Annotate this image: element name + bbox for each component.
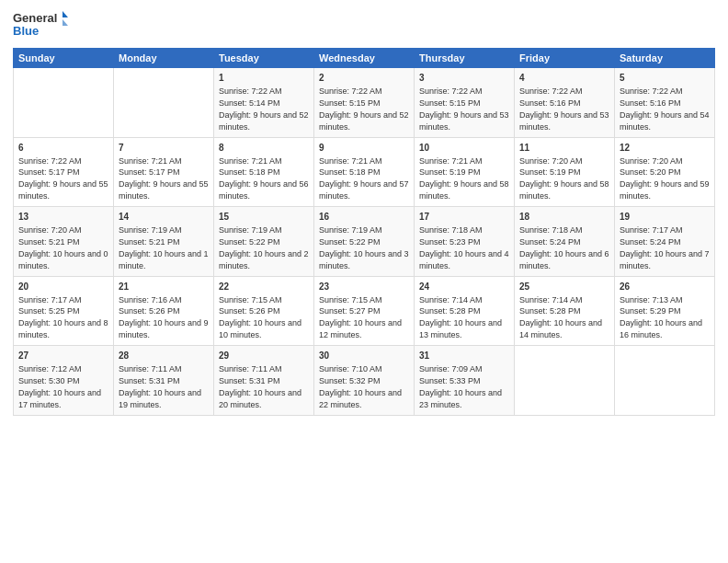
logo: General Blue: [13, 9, 68, 42]
calendar-table: SundayMondayTuesdayWednesdayThursdayFrid…: [13, 48, 715, 416]
day-number: 19: [620, 211, 710, 224]
day-cell: 28Sunrise: 7:11 AM Sunset: 5:31 PM Dayli…: [114, 346, 214, 416]
week-row-2: 6Sunrise: 7:22 AM Sunset: 5:17 PM Daylig…: [14, 137, 715, 207]
day-cell: 3Sunrise: 7:22 AM Sunset: 5:15 PM Daylig…: [415, 68, 515, 138]
day-cell: 14Sunrise: 7:19 AM Sunset: 5:21 PM Dayli…: [114, 207, 214, 277]
day-info: Sunrise: 7:22 AM Sunset: 5:16 PM Dayligh…: [519, 86, 609, 132]
day-cell: 9Sunrise: 7:21 AM Sunset: 5:18 PM Daylig…: [314, 137, 415, 207]
day-cell: 5Sunrise: 7:22 AM Sunset: 5:16 PM Daylig…: [615, 68, 715, 138]
day-number: 23: [319, 281, 409, 293]
day-cell: 6Sunrise: 7:22 AM Sunset: 5:17 PM Daylig…: [14, 137, 114, 207]
day-cell: 26Sunrise: 7:13 AM Sunset: 5:29 PM Dayli…: [615, 276, 715, 346]
col-header-sunday: Sunday: [14, 49, 114, 68]
day-cell: 21Sunrise: 7:16 AM Sunset: 5:26 PM Dayli…: [114, 276, 214, 346]
col-header-saturday: Saturday: [615, 49, 715, 68]
day-info: Sunrise: 7:22 AM Sunset: 5:16 PM Dayligh…: [620, 86, 710, 132]
day-number: 11: [519, 142, 609, 155]
day-info: Sunrise: 7:21 AM Sunset: 5:18 PM Dayligh…: [219, 156, 309, 201]
day-cell: 19Sunrise: 7:17 AM Sunset: 5:24 PM Dayli…: [615, 207, 715, 277]
day-number: 5: [620, 72, 710, 85]
page-header: General Blue: [13, 9, 715, 42]
col-header-thursday: Thursday: [415, 49, 515, 68]
day-number: 12: [620, 142, 710, 155]
day-cell: 22Sunrise: 7:15 AM Sunset: 5:26 PM Dayli…: [214, 276, 314, 346]
day-number: 7: [119, 142, 209, 155]
day-info: Sunrise: 7:14 AM Sunset: 5:28 PM Dayligh…: [419, 295, 502, 340]
day-info: Sunrise: 7:20 AM Sunset: 5:20 PM Dayligh…: [620, 156, 710, 201]
day-cell: 31Sunrise: 7:09 AM Sunset: 5:33 PM Dayli…: [415, 346, 515, 416]
day-info: Sunrise: 7:22 AM Sunset: 5:15 PM Dayligh…: [419, 86, 509, 132]
svg-text:Blue: Blue: [13, 24, 39, 38]
calendar-header-row: SundayMondayTuesdayWednesdayThursdayFrid…: [14, 49, 715, 68]
week-row-4: 20Sunrise: 7:17 AM Sunset: 5:25 PM Dayli…: [14, 276, 715, 346]
day-number: 8: [219, 142, 309, 155]
day-number: 4: [519, 72, 609, 85]
week-row-5: 27Sunrise: 7:12 AM Sunset: 5:30 PM Dayli…: [14, 346, 715, 416]
day-cell: 18Sunrise: 7:18 AM Sunset: 5:24 PM Dayli…: [515, 207, 615, 277]
svg-marker-2: [63, 11, 68, 17]
day-info: Sunrise: 7:17 AM Sunset: 5:25 PM Dayligh…: [18, 295, 108, 340]
day-info: Sunrise: 7:15 AM Sunset: 5:27 PM Dayligh…: [319, 295, 402, 340]
day-info: Sunrise: 7:12 AM Sunset: 5:30 PM Dayligh…: [18, 364, 101, 409]
day-cell: [515, 346, 615, 416]
day-info: Sunrise: 7:21 AM Sunset: 5:18 PM Dayligh…: [319, 156, 409, 201]
day-cell: 27Sunrise: 7:12 AM Sunset: 5:30 PM Dayli…: [14, 346, 114, 416]
day-cell: [114, 68, 214, 138]
day-cell: 11Sunrise: 7:20 AM Sunset: 5:19 PM Dayli…: [515, 137, 615, 207]
svg-text:General: General: [13, 11, 57, 25]
day-cell: 12Sunrise: 7:20 AM Sunset: 5:20 PM Dayli…: [615, 137, 715, 207]
day-number: 24: [419, 281, 509, 293]
day-cell: 17Sunrise: 7:18 AM Sunset: 5:23 PM Dayli…: [415, 207, 515, 277]
day-number: 21: [119, 281, 209, 293]
day-info: Sunrise: 7:16 AM Sunset: 5:26 PM Dayligh…: [119, 295, 209, 340]
day-info: Sunrise: 7:21 AM Sunset: 5:19 PM Dayligh…: [419, 156, 509, 201]
day-info: Sunrise: 7:18 AM Sunset: 5:24 PM Dayligh…: [519, 225, 609, 270]
day-cell: 25Sunrise: 7:14 AM Sunset: 5:28 PM Dayli…: [515, 276, 615, 346]
day-number: 30: [319, 350, 409, 362]
day-number: 3: [419, 72, 509, 85]
day-info: Sunrise: 7:22 AM Sunset: 5:15 PM Dayligh…: [319, 86, 409, 132]
svg-marker-3: [63, 19, 68, 26]
day-info: Sunrise: 7:15 AM Sunset: 5:26 PM Dayligh…: [219, 295, 301, 340]
day-cell: 23Sunrise: 7:15 AM Sunset: 5:27 PM Dayli…: [314, 276, 415, 346]
day-number: 26: [620, 281, 710, 293]
day-cell: 15Sunrise: 7:19 AM Sunset: 5:22 PM Dayli…: [214, 207, 314, 277]
day-number: 9: [319, 142, 409, 155]
col-header-tuesday: Tuesday: [214, 49, 314, 68]
day-info: Sunrise: 7:13 AM Sunset: 5:29 PM Dayligh…: [620, 295, 702, 340]
day-number: 13: [18, 211, 108, 224]
day-info: Sunrise: 7:17 AM Sunset: 5:24 PM Dayligh…: [620, 225, 710, 270]
day-cell: [615, 346, 715, 416]
col-header-friday: Friday: [515, 49, 615, 68]
col-header-monday: Monday: [114, 49, 214, 68]
col-header-wednesday: Wednesday: [314, 49, 415, 68]
day-info: Sunrise: 7:18 AM Sunset: 5:23 PM Dayligh…: [419, 225, 509, 270]
day-info: Sunrise: 7:22 AM Sunset: 5:14 PM Dayligh…: [219, 86, 309, 132]
day-info: Sunrise: 7:09 AM Sunset: 5:33 PM Dayligh…: [419, 364, 502, 409]
day-number: 18: [519, 211, 609, 224]
day-cell: 7Sunrise: 7:21 AM Sunset: 5:17 PM Daylig…: [114, 137, 214, 207]
day-number: 22: [219, 281, 309, 293]
day-cell: 30Sunrise: 7:10 AM Sunset: 5:32 PM Dayli…: [314, 346, 415, 416]
day-cell: 29Sunrise: 7:11 AM Sunset: 5:31 PM Dayli…: [214, 346, 314, 416]
day-number: 6: [18, 142, 108, 155]
day-cell: 20Sunrise: 7:17 AM Sunset: 5:25 PM Dayli…: [14, 276, 114, 346]
day-info: Sunrise: 7:19 AM Sunset: 5:21 PM Dayligh…: [119, 225, 209, 270]
day-number: 27: [18, 350, 108, 362]
day-info: Sunrise: 7:19 AM Sunset: 5:22 PM Dayligh…: [219, 225, 309, 270]
day-info: Sunrise: 7:14 AM Sunset: 5:28 PM Dayligh…: [519, 295, 602, 340]
day-number: 15: [219, 211, 309, 224]
day-cell: 1Sunrise: 7:22 AM Sunset: 5:14 PM Daylig…: [214, 68, 314, 138]
day-info: Sunrise: 7:10 AM Sunset: 5:32 PM Dayligh…: [319, 364, 402, 409]
day-info: Sunrise: 7:19 AM Sunset: 5:22 PM Dayligh…: [319, 225, 409, 270]
day-cell: 13Sunrise: 7:20 AM Sunset: 5:21 PM Dayli…: [14, 207, 114, 277]
day-number: 25: [519, 281, 609, 293]
day-cell: 2Sunrise: 7:22 AM Sunset: 5:15 PM Daylig…: [314, 68, 415, 138]
day-number: 1: [219, 72, 309, 85]
day-number: 28: [119, 350, 209, 362]
day-number: 2: [319, 72, 409, 85]
day-number: 17: [419, 211, 509, 224]
day-info: Sunrise: 7:11 AM Sunset: 5:31 PM Dayligh…: [119, 364, 201, 409]
day-number: 20: [18, 281, 108, 293]
day-number: 29: [219, 350, 309, 362]
